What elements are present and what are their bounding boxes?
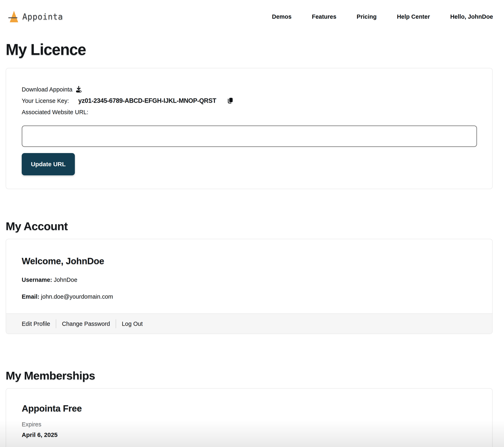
update-url-button[interactable]: Update URL [22, 153, 75, 175]
username-row: Username: JohnDoe [22, 276, 477, 283]
site-header: Appointa Demos Features Pricing Help Cen… [0, 0, 504, 24]
divider [116, 319, 116, 328]
download-appointa-row: Download Appointa [22, 84, 477, 95]
divider [56, 319, 56, 328]
log-out-link[interactable]: Log Out [122, 321, 143, 327]
licence-card: Download Appointa Your License Key: yz01… [6, 68, 493, 189]
brand-name: Appointa [22, 12, 63, 21]
username-value: JohnDoe [54, 276, 77, 283]
website-url-label: Associated Website URL: [22, 109, 88, 116]
license-key-label: Your License Key: [22, 98, 69, 104]
user-greeting[interactable]: Hello, JohnDoe [450, 13, 493, 20]
nav-item-help-center[interactable]: Help Center [397, 13, 430, 20]
email-row: Email: john.doe@yourdomain.com [22, 293, 477, 300]
website-url-row: Associated Website URL: [22, 106, 477, 118]
change-password-link[interactable]: Change Password [62, 321, 110, 327]
license-key-row: Your License Key: yz01-2345-6789-ABCD-EF… [22, 95, 477, 106]
page-title: My Licence [6, 41, 493, 59]
download-icon[interactable] [75, 86, 83, 93]
account-section-title: My Account [6, 220, 493, 233]
account-card: Welcome, JohnDoe Username: JohnDoe Email… [6, 239, 493, 334]
license-key-value: yz01-2345-6789-ABCD-EFGH-IJKL-MNOP-QRST [78, 97, 216, 104]
nav-item-features[interactable]: Features [312, 13, 336, 20]
download-appointa-label: Download Appointa [22, 86, 72, 93]
email-value: john.doe@yourdomain.com [41, 293, 113, 300]
nav-item-demos[interactable]: Demos [272, 13, 291, 20]
membership-card: Appointa Free Expires April 6, 2025 [6, 388, 493, 447]
membership-expires-date: April 6, 2025 [22, 431, 477, 438]
copy-icon[interactable] [226, 97, 234, 104]
brand-logo[interactable]: Appointa [8, 10, 63, 23]
nav-item-pricing[interactable]: Pricing [357, 13, 377, 20]
website-url-input[interactable] [22, 125, 477, 147]
account-actions: Edit Profile Change Password Log Out [6, 313, 492, 334]
membership-plan-name: Appointa Free [22, 403, 477, 414]
welcome-heading: Welcome, JohnDoe [22, 256, 477, 266]
top-nav: Demos Features Pricing Help Center Hello… [272, 13, 493, 20]
main-content: My Licence Download Appointa Your Licens… [0, 41, 504, 447]
edit-profile-link[interactable]: Edit Profile [22, 321, 50, 327]
logo-triangle-icon [8, 10, 19, 23]
username-label: Username: [22, 276, 52, 283]
email-label: Email: [22, 293, 39, 300]
membership-expires-label: Expires [22, 421, 477, 428]
memberships-section-title: My Memberships [6, 369, 493, 382]
